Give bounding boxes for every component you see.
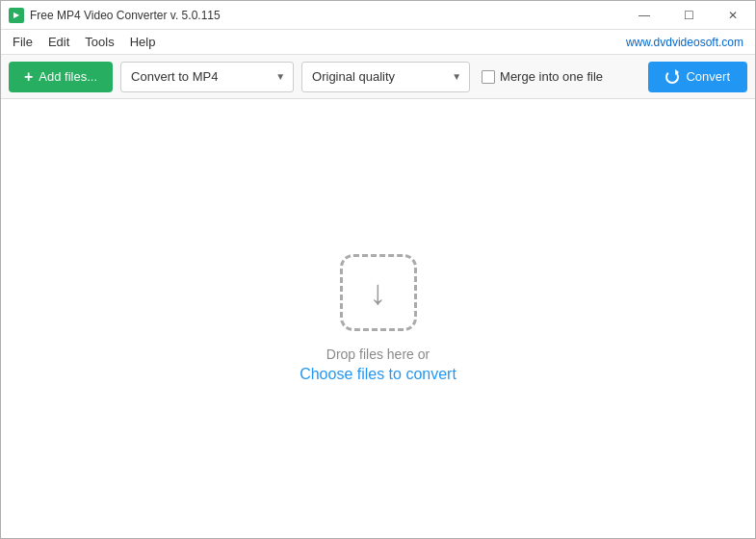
plus-icon: +: [24, 69, 33, 85]
website-link[interactable]: www.dvdvideosoft.com: [626, 36, 751, 49]
quality-dropdown-arrow: ▼: [452, 71, 461, 82]
menu-tools[interactable]: Tools: [77, 32, 121, 52]
menu-help[interactable]: Help: [122, 32, 164, 52]
quality-value: Original quality: [312, 69, 395, 84]
format-dropdown[interactable]: Convert to MP4 ▼: [120, 62, 294, 92]
window-title: Free MP4 Video Converter v. 5.0.115: [30, 9, 221, 22]
quality-dropdown[interactable]: Original quality ▼: [301, 62, 470, 92]
title-bar-controls: — ☐ ✕: [622, 1, 755, 30]
drop-files-text: Drop files here or: [326, 346, 430, 362]
menu-items: File Edit Tools Help: [5, 32, 163, 52]
choose-files-link[interactable]: Choose files to convert: [300, 366, 456, 383]
convert-refresh-icon: [665, 70, 679, 84]
format-value: Convert to MP4: [131, 69, 218, 84]
minimize-button[interactable]: —: [622, 1, 666, 30]
format-dropdown-arrow: ▼: [275, 71, 285, 82]
merge-checkbox[interactable]: [482, 70, 495, 84]
merge-container: Merge into one file: [482, 69, 603, 84]
menu-edit[interactable]: Edit: [40, 32, 77, 52]
title-bar: Free MP4 Video Converter v. 5.0.115 — ☐ …: [1, 1, 755, 30]
app-icon: [9, 8, 24, 23]
drop-zone-icon: ↓: [340, 254, 417, 331]
close-button[interactable]: ✕: [711, 1, 755, 30]
main-content: ↓ Drop files here or Choose files to con…: [1, 99, 755, 538]
app-window: Free MP4 Video Converter v. 5.0.115 — ☐ …: [0, 0, 756, 539]
convert-label: Convert: [686, 69, 730, 84]
convert-button[interactable]: Convert: [648, 62, 747, 92]
merge-label[interactable]: Merge into one file: [500, 69, 603, 84]
maximize-button[interactable]: ☐: [666, 1, 711, 30]
download-arrow-icon: ↓: [370, 275, 387, 310]
add-files-label: Add files...: [39, 69, 97, 84]
title-bar-left: Free MP4 Video Converter v. 5.0.115: [9, 8, 221, 23]
drop-text-container: Drop files here or Choose files to conve…: [300, 346, 456, 383]
toolbar: + Add files... Convert to MP4 ▼ Original…: [1, 55, 755, 99]
menu-bar: File Edit Tools Help www.dvdvideosoft.co…: [1, 30, 755, 55]
menu-file[interactable]: File: [5, 32, 40, 52]
add-files-button[interactable]: + Add files...: [9, 62, 113, 92]
